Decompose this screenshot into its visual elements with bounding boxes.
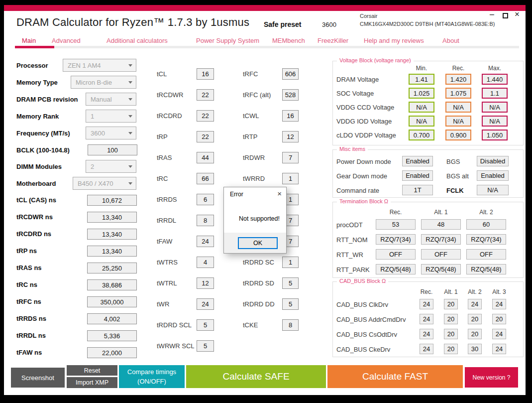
cad-bus-row-label: CAD_BUS AddrCmdDrv [336, 316, 406, 323]
chevron-down-icon [128, 182, 132, 185]
timing-input[interactable]: 5 [197, 319, 214, 331]
dialog-close-icon[interactable]: × [277, 189, 282, 198]
timing-input[interactable]: 22 [197, 89, 214, 101]
trrds-ns-input[interactable]: 4,002 [87, 313, 137, 324]
tab-active-indicator [15, 46, 54, 48]
tfaw-ns-input[interactable]: 22,000 [87, 347, 137, 358]
misc-label: BGS [446, 158, 460, 165]
termination-value: RZQ/5(48) [466, 264, 506, 274]
misc-label: Gear Down mode [336, 172, 387, 180]
cad-bus-value: 24 [492, 344, 506, 354]
tras-ns-input[interactable]: 25,250 [87, 263, 137, 273]
timing-label: tRFC [243, 70, 258, 78]
dimm-modules-select[interactable]: 2 [86, 160, 136, 173]
memory-type-select[interactable]: Micron B-die [71, 76, 136, 89]
timing-input[interactable]: 22 [197, 110, 214, 122]
memory-rank-select[interactable]: 1 [86, 110, 136, 123]
misc-items-title: Misc items [337, 146, 368, 152]
timing-input[interactable]: 528 [282, 89, 299, 101]
tab-main[interactable]: Main [22, 37, 36, 44]
cad-bus-row-label: CAD_BUS CkeDrv [336, 346, 390, 353]
ok-button[interactable]: OK [238, 237, 278, 249]
trfc-ns-input[interactable]: 350,000 [87, 296, 137, 307]
voltage-row-label: VDDG IOD Voltage [336, 118, 392, 125]
tab-about[interactable]: About [442, 37, 459, 44]
timing-input[interactable]: 24 [197, 298, 214, 310]
timing-input[interactable]: 1 [282, 173, 299, 184]
timing-input[interactable]: 4 [197, 257, 214, 268]
trcdwr-ns-input[interactable]: 13,340 [87, 212, 137, 223]
timing-input[interactable]: 6 [197, 194, 214, 205]
termination-value: 48 [421, 219, 461, 230]
voltage-min-value: 1.025 [409, 88, 434, 99]
timing-input[interactable]: 8 [282, 319, 299, 331]
dram-pcb-revision-select[interactable]: Manual [86, 93, 136, 106]
cad-bus-value: 20 [444, 329, 458, 339]
tab-power-supply-system[interactable]: Power Supply System [196, 37, 259, 44]
timing-input[interactable]: 16 [282, 110, 299, 122]
trcdrd-ns-input[interactable]: 13,340 [87, 229, 137, 240]
voltage-block-title: Voltage Block (voltage range) [337, 57, 414, 63]
timing-input[interactable]: 5 [282, 277, 299, 289]
maximize-icon[interactable] [503, 13, 508, 18]
timing-label: tRRDS [157, 196, 177, 203]
cad-bus-value: 20 [492, 314, 506, 324]
tab-help[interactable]: Help and my reviews [364, 37, 424, 44]
calculate-safe-button[interactable]: Calculate SAFE [186, 365, 326, 388]
misc-label: BGS alt [446, 172, 469, 180]
timing-input[interactable]: 12 [197, 277, 214, 289]
timing-input[interactable]: 66 [197, 173, 214, 184]
voltage-rec-value: 1.420 [445, 74, 471, 85]
compare-timings-button[interactable]: Compare timings (ON/OFF) [119, 365, 185, 388]
tras-ns-label: tRAS ns [16, 264, 42, 271]
timing-input[interactable]: 5 [197, 340, 214, 352]
timing-input[interactable]: 1 [282, 257, 299, 268]
timing-input[interactable]: 7 [282, 152, 299, 163]
misc-value: Enabled [477, 170, 509, 181]
timing-input[interactable]: 5 [282, 298, 299, 310]
tab-advanced[interactable]: Advanced [52, 37, 81, 44]
termination-value: OFF [466, 249, 506, 260]
timing-input[interactable]: 24 [197, 236, 214, 247]
close-icon[interactable]: × [515, 10, 520, 18]
timing-input[interactable]: 44 [197, 152, 214, 163]
cad-bus-value: 20 [468, 329, 482, 339]
chevron-down-icon [128, 165, 132, 168]
tab-freezkiller[interactable]: FreezKiller [318, 37, 348, 44]
trrdl-ns-input[interactable]: 5,336 [87, 330, 137, 341]
cad-bus-row-label: CAD_BUS ClkDrv [336, 301, 388, 308]
minimize-icon[interactable]: – [490, 10, 494, 18]
cad-bus-header: Alt. 3 [488, 288, 510, 295]
termination-block-title: Termination Block Ω [337, 198, 391, 204]
tab-membench[interactable]: MEMbench [272, 37, 305, 44]
voltage-max-value: N/A [482, 102, 508, 113]
preset-value: 3600 [322, 21, 336, 28]
timing-label: tRAS [157, 154, 172, 161]
tcl-ns-input[interactable]: 10,672 [87, 195, 137, 206]
timing-input[interactable]: 8 [197, 215, 214, 226]
processor-select[interactable]: ZEN 1 AM4 [63, 59, 136, 72]
screenshot-button[interactable]: Screenshot [11, 368, 65, 388]
app-window: – × DRAM Calculator for Ryzen™ 1.7.3 by … [0, 0, 532, 403]
new-version-button[interactable]: New version ? [465, 367, 518, 388]
trc-ns-input[interactable]: 38,686 [87, 279, 137, 290]
termination-header: Rec. [381, 209, 411, 216]
timing-label: tRTP [243, 133, 257, 140]
timing-input[interactable]: 606 [282, 68, 299, 80]
cad-bus-value: 24 [420, 314, 433, 324]
error-dialog-title: Error [230, 191, 243, 198]
import-xmp-button[interactable]: Import XMP [67, 377, 117, 388]
motherboard-select[interactable]: B450 / X470 [73, 177, 136, 190]
timing-label: tRC [157, 175, 168, 182]
timing-input[interactable]: 12 [282, 131, 299, 142]
timing-input[interactable]: 16 [197, 68, 214, 80]
trp-ns-input[interactable]: 13,340 [87, 246, 137, 257]
bclk-input[interactable]: 100 [88, 144, 137, 155]
reset-button[interactable]: Reset [67, 365, 117, 376]
calculate-fast-button[interactable]: Calculate FAST [327, 365, 463, 388]
tab-additional-calculators[interactable]: Additional calculators [106, 37, 168, 44]
cad-bus-value: 24 [492, 299, 506, 309]
voltage-min-header: Min. [407, 65, 436, 72]
frequency-select[interactable]: 3600 [86, 127, 136, 139]
timing-input[interactable]: 22 [197, 131, 214, 142]
